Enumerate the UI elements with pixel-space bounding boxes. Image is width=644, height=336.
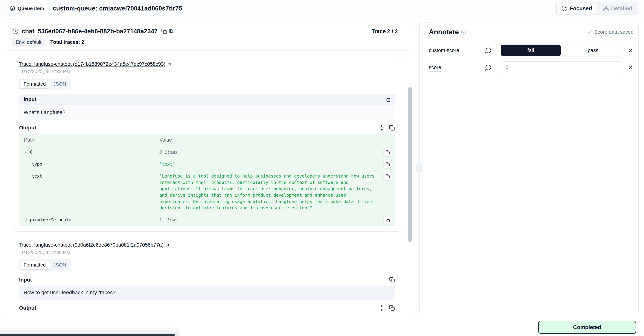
clock-icon xyxy=(12,28,18,34)
copy-output-button[interactable] xyxy=(389,305,395,311)
output-section-header: Output xyxy=(19,305,395,311)
delete-score-button[interactable] xyxy=(628,65,634,70)
pass-button[interactable]: pass xyxy=(563,45,623,56)
tab-json[interactable]: JSON xyxy=(50,260,70,269)
row-value: 3 items xyxy=(160,149,390,155)
expand-output-button[interactable] xyxy=(379,125,384,131)
row-value: "Langfuse is a tool designed to help bus… xyxy=(160,173,390,211)
trace-card: Trace: langfuse-chatbot (d174b1589072e43… xyxy=(13,57,401,232)
row-path: 0 xyxy=(30,149,32,155)
copy-input-button[interactable] xyxy=(389,277,395,283)
trace-link-label: Trace: langfuse-chatbot (9d0a6f2e6de8670… xyxy=(19,242,164,248)
score-label: custom-score xyxy=(429,48,485,53)
item-header: chat_536ed067-b86e-4eb6-882b-ba27148a234… xyxy=(6,23,413,51)
queue-item-panel: chat_536ed067-b86e-4eb6-882b-ba27148a234… xyxy=(6,22,413,314)
gauge-icon xyxy=(562,6,568,12)
trace-counter: Trace 2 / 2 xyxy=(372,28,398,35)
table-row: providerMetadata 1 items xyxy=(19,214,395,226)
queue-item-badge: Queue item xyxy=(6,3,48,14)
fail-button[interactable]: fail xyxy=(501,45,561,56)
focused-view-button[interactable]: Focused xyxy=(556,3,597,14)
tab-json[interactable]: JSON xyxy=(50,80,70,88)
topbar: Queue item custom-queue: cmiacwel70041ad… xyxy=(0,0,644,17)
copy-icon xyxy=(386,162,390,167)
tab-formatted[interactable]: Formatted xyxy=(20,260,50,269)
x-icon xyxy=(628,48,634,53)
focused-view-label: Focused xyxy=(570,6,592,12)
copy-row-button[interactable] xyxy=(383,216,392,225)
score-row-custom-score: custom-score fail pass xyxy=(429,45,634,56)
copy-icon xyxy=(389,305,395,311)
input-content: What's Langfuse? xyxy=(19,105,395,120)
copy-icon xyxy=(385,97,390,102)
copy-icon xyxy=(161,29,167,34)
comment-icon xyxy=(485,64,492,71)
check-icon xyxy=(588,30,592,35)
comment-button[interactable] xyxy=(485,47,492,54)
copy-output-button[interactable] xyxy=(389,125,395,131)
trace-timestamp: 11/12/2025, 3:12:36 PM xyxy=(19,249,395,255)
copy-icon xyxy=(386,174,390,178)
format-toggle: Formatted JSON xyxy=(19,79,71,90)
env-badge: Env: default xyxy=(12,38,45,47)
clipboard-pen-icon xyxy=(10,6,15,11)
format-toggle: Formatted JSON xyxy=(19,259,71,270)
row-value: 1 items xyxy=(160,217,390,223)
copy-icon xyxy=(386,218,390,222)
expand-output-button[interactable] xyxy=(379,305,384,311)
x-icon xyxy=(628,65,634,70)
comment-icon xyxy=(485,47,492,54)
chevron-right-icon[interactable] xyxy=(24,218,28,222)
queue-item-label: Queue item xyxy=(18,6,44,12)
info-icon[interactable] xyxy=(461,30,466,35)
trace-link[interactable]: Trace: langfuse-chatbot (d174b1589072e43… xyxy=(19,61,172,67)
input-content: How to get user feedback in my traces? xyxy=(19,285,395,300)
table-row: text "Langfuse is a tool designed to hel… xyxy=(19,170,395,214)
trace-list: Trace: langfuse-chatbot (d174b1589072e43… xyxy=(6,51,413,314)
annotate-title: Annotate xyxy=(429,28,459,36)
input-section: Input How to get user feedback in my tra… xyxy=(19,274,395,300)
unfold-vertical-icon xyxy=(379,305,384,311)
tab-formatted[interactable]: Formatted xyxy=(20,80,50,88)
external-link-icon xyxy=(165,243,170,248)
output-label: Output xyxy=(19,125,36,131)
trace-card: Trace: langfuse-chatbot (9d0a6f2e6de8670… xyxy=(13,238,401,314)
scrollbar-thumb[interactable] xyxy=(408,87,412,242)
copy-row-button[interactable] xyxy=(383,160,392,169)
completed-button[interactable]: Completed xyxy=(538,321,636,334)
comment-button[interactable] xyxy=(485,64,492,71)
save-status-label: Score data saved xyxy=(594,29,634,35)
copy-icon xyxy=(386,150,390,155)
copy-input-button[interactable] xyxy=(385,97,390,102)
score-input[interactable] xyxy=(501,62,623,73)
annotate-panel: Annotate Score data saved custom-score f… xyxy=(422,22,639,314)
column-header-path: Path xyxy=(24,137,160,143)
view-toggle: Focused Detailed xyxy=(555,2,638,15)
copy-id-button[interactable]: ID xyxy=(161,29,174,34)
copy-row-button[interactable] xyxy=(383,172,392,181)
id-label: ID xyxy=(168,29,174,34)
column-header-value: Value xyxy=(160,137,172,143)
trace-timestamp: 11/12/2025, 3:12:32 PM xyxy=(19,69,395,74)
row-path: type xyxy=(32,161,42,167)
row-value: "text" xyxy=(160,161,390,167)
save-status: Score data saved xyxy=(588,29,634,35)
table-row: 0 3 items xyxy=(19,146,395,158)
score-row-score: score xyxy=(429,62,634,73)
trace-link[interactable]: Trace: langfuse-chatbot (9d0a6f2e6de8670… xyxy=(19,242,170,248)
copy-icon xyxy=(389,277,395,283)
grip-vertical-icon xyxy=(418,165,422,170)
copy-row-button[interactable] xyxy=(383,148,392,157)
detailed-view-label: Detailed xyxy=(611,6,632,12)
input-label: Input xyxy=(24,96,36,102)
detailed-view-button[interactable]: Detailed xyxy=(598,3,637,14)
copy-icon xyxy=(389,125,395,131)
chevron-down-icon[interactable] xyxy=(24,150,28,154)
bottom-bar xyxy=(0,334,175,336)
score-label: score xyxy=(429,65,485,70)
total-traces: Total traces: 2 xyxy=(50,39,84,45)
page-title: custom-queue: cmiacwel70041ad060s7tlr75 xyxy=(53,5,182,12)
delete-score-button[interactable] xyxy=(628,48,634,53)
row-path: providerMetadata xyxy=(30,217,72,223)
item-title: chat_536ed067-b86e-4eb6-882b-ba27148a234… xyxy=(22,28,158,35)
